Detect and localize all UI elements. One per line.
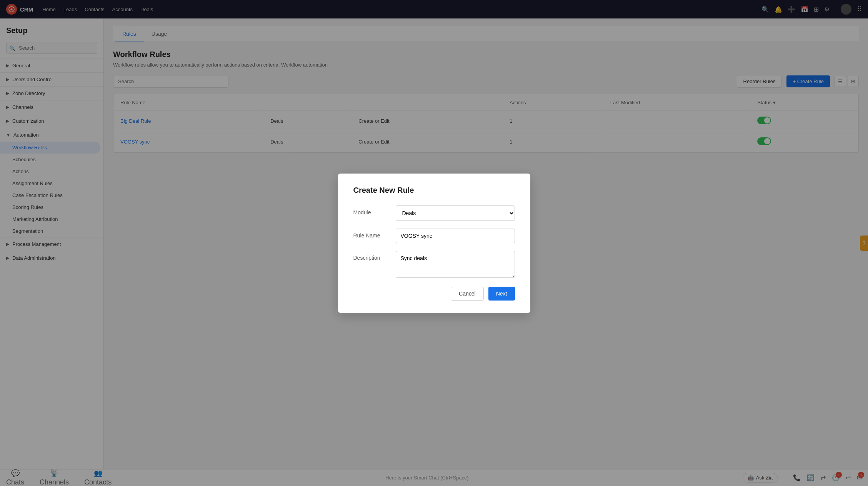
next-button[interactable]: Next: [488, 287, 515, 301]
modal-overlay: Create New Rule Module Deals Leads Conta…: [0, 0, 868, 486]
cancel-button[interactable]: Cancel: [451, 287, 484, 301]
module-row: Module Deals Leads Contacts Accounts: [353, 205, 515, 221]
rule-name-row: Rule Name: [353, 229, 515, 243]
module-select[interactable]: Deals Leads Contacts Accounts: [396, 205, 515, 221]
description-row: Description Sync deals: [353, 251, 515, 279]
module-control: Deals Leads Contacts Accounts: [396, 205, 515, 221]
rule-name-control: [396, 229, 515, 243]
description-control: Sync deals: [396, 251, 515, 279]
modal-actions: Cancel Next: [353, 287, 515, 301]
create-rule-modal: Create New Rule Module Deals Leads Conta…: [338, 174, 530, 313]
module-label: Module: [353, 205, 396, 215]
rule-name-label: Rule Name: [353, 229, 396, 239]
description-label: Description: [353, 251, 396, 261]
description-textarea[interactable]: Sync deals: [396, 251, 515, 278]
rule-name-input[interactable]: [396, 229, 515, 243]
modal-title: Create New Rule: [353, 186, 515, 195]
